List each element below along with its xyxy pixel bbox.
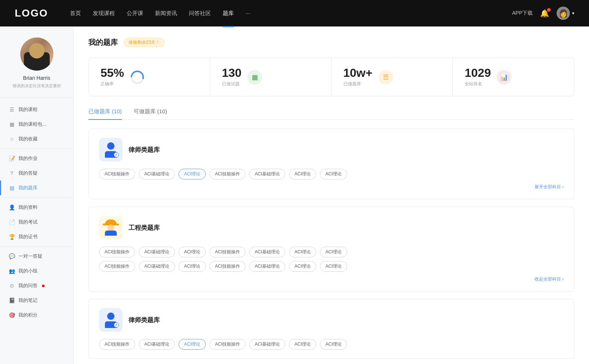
- tag-3-1[interactable]: ACI技能操作: [99, 339, 135, 350]
- avatar: 👩: [557, 7, 570, 20]
- sidebar-item-bank[interactable]: ▤ 我的题库: [0, 181, 73, 195]
- accuracy-label: 正确率: [100, 81, 124, 87]
- check-icon: ✓: [114, 152, 119, 157]
- tab-available-banks[interactable]: 可做题库 (10): [134, 108, 167, 119]
- done-banks-label: 已做题库: [343, 81, 373, 87]
- rank-label: 全站排名: [465, 81, 491, 87]
- tag-1-5[interactable]: ACI基础理论: [249, 169, 285, 179]
- tag-3-3[interactable]: ACI理论: [179, 339, 206, 350]
- tag-3-2[interactable]: ACI基础理论: [139, 339, 175, 350]
- sidebar-item-profile[interactable]: 👤 我的资料: [0, 200, 73, 215]
- notification-bell[interactable]: 🔔: [540, 9, 549, 18]
- tag-1-2[interactable]: ACI基础理论: [139, 169, 175, 179]
- rank-value: 1029: [465, 67, 491, 79]
- sidebar-item-course-package[interactable]: ▦ 我的课程包...: [0, 117, 73, 132]
- collapse-button-2[interactable]: 收起全部科目 ›: [99, 276, 564, 282]
- tag-3-4[interactable]: ACI技能操作: [209, 339, 246, 350]
- page-title: 我的题库: [88, 38, 118, 47]
- lawyer-head-2: [107, 313, 114, 320]
- bank-card-title-1: 律师类题库: [128, 146, 160, 154]
- logo[interactable]: LOGO: [15, 7, 48, 19]
- cert-icon: 🏆: [9, 234, 15, 240]
- nav-home[interactable]: 首页: [70, 8, 81, 18]
- bank-icon-lawyer-1: ✓: [99, 138, 123, 161]
- tag-2-4[interactable]: ACI技能操作: [209, 247, 246, 257]
- sidebar-label-points: 我的积分: [18, 312, 38, 318]
- nav-qa[interactable]: 问答社区: [189, 8, 211, 18]
- pie-chart-icon: [131, 71, 144, 84]
- myqa-icon: ⊙: [9, 283, 15, 289]
- sidebar-item-courses[interactable]: ☰ 我的课程: [0, 102, 73, 117]
- sidebar-item-questions[interactable]: ? 我的答疑: [0, 166, 73, 181]
- sidebar-item-cert[interactable]: 🏆 我的证书: [0, 229, 73, 244]
- tab-done-banks[interactable]: 已做题库 (10): [88, 108, 122, 119]
- sidebar-menu: ☰ 我的课程 ▦ 我的课程包... ☆ 我的收藏 📝 我的作业 ? 我的答疑 ▤: [0, 102, 73, 322]
- profile-avatar: [20, 38, 53, 71]
- done-banks-icon: ☰: [378, 70, 393, 85]
- done-questions-label: 已做试题: [222, 81, 241, 87]
- check-icon-2: ✓: [114, 322, 119, 328]
- sidebar-label-group: 我的小组: [18, 268, 38, 274]
- nav-news[interactable]: 新闻资讯: [155, 8, 177, 18]
- sidebar-item-points[interactable]: 🎯 我的积分: [0, 308, 73, 322]
- expand-button-1[interactable]: 展开全部科目 ›: [99, 184, 564, 190]
- rank-icon: 📊: [497, 70, 511, 85]
- user-avatar-menu[interactable]: 👩 ▾: [557, 7, 574, 20]
- bank-tags-2a: ACI技能操作 ACI基础理论 ACI理论 ACI技能操作 ACI基础理论 AC…: [99, 247, 564, 257]
- nav-bank[interactable]: 题库: [223, 8, 234, 18]
- profile-icon: 👤: [9, 204, 15, 210]
- tag-2-9[interactable]: ACI基础理论: [139, 261, 175, 272]
- sidebar-label-profile: 我的资料: [18, 204, 38, 211]
- stat-accuracy: 55% 正确率: [89, 58, 210, 96]
- nav-links: 首页 发现课程 公开课 新闻资讯 问答社区 题库 ···: [70, 8, 512, 18]
- tag-2-14[interactable]: ACI理论: [320, 261, 347, 272]
- tag-1-7[interactable]: ACI理论: [320, 169, 347, 179]
- tag-2-12[interactable]: ACI基础理论: [249, 261, 285, 272]
- nav-more[interactable]: ···: [246, 8, 250, 18]
- tag-2-3[interactable]: ACI理论: [179, 247, 206, 257]
- points-icon: 🎯: [9, 312, 15, 318]
- nav-open[interactable]: 公开课: [127, 8, 143, 18]
- stat-done-questions: 130 已做试题 ▦: [210, 58, 332, 96]
- tag-3-5[interactable]: ACI基础理论: [249, 339, 285, 350]
- tag-2-5[interactable]: ACI基础理论: [249, 247, 285, 257]
- tag-3-7[interactable]: ACI理论: [320, 339, 347, 350]
- sidebar-item-myqa[interactable]: ⊙ 我的问答: [0, 278, 73, 293]
- tag-1-1[interactable]: ACI技能操作: [99, 169, 135, 179]
- sidebar-item-notes[interactable]: 📓 我的笔记: [0, 293, 73, 308]
- tag-2-13[interactable]: ACI理论: [289, 261, 316, 272]
- tag-2-7[interactable]: ACI理论: [320, 247, 347, 257]
- bank-card-engineer: 工程类题库 ACI技能操作 ACI基础理论 ACI理论 ACI技能操作 ACI基…: [88, 207, 574, 292]
- tag-1-6[interactable]: ACI理论: [289, 169, 316, 179]
- tag-2-2[interactable]: ACI基础理论: [139, 247, 175, 257]
- sidebar-separator-2: [0, 197, 73, 198]
- doc-orange-icon: ☰: [383, 73, 389, 81]
- sidebar-item-favorites[interactable]: ☆ 我的收藏: [0, 132, 73, 146]
- sidebar-item-homework[interactable]: 📝 我的作业: [0, 151, 73, 166]
- profile-motto: 错误的决定比没有决定要好: [7, 83, 67, 89]
- sidebar-label-notes: 我的笔记: [18, 297, 38, 304]
- sidebar-item-exam[interactable]: 📄 我的考试: [0, 215, 73, 229]
- tag-2-10[interactable]: ACI理论: [179, 261, 206, 272]
- bank-card-title-2: 工程类题库: [128, 224, 160, 232]
- sidebar-item-group[interactable]: 👥 我的小组: [0, 264, 73, 278]
- sidebar-label-tutor: 一对一答疑: [18, 253, 42, 260]
- tag-1-4[interactable]: ACI技能操作: [209, 169, 246, 179]
- nav-discover[interactable]: 发现课程: [93, 8, 115, 18]
- course-icon: ☰: [9, 107, 15, 113]
- tag-1-3[interactable]: ACI理论: [179, 169, 206, 179]
- sidebar-item-tutor[interactable]: 💬 一对一答疑: [0, 249, 73, 264]
- lawyer-figure: ✓: [103, 142, 119, 158]
- tag-3-6[interactable]: ACI理论: [289, 339, 316, 350]
- sidebar-separator: [0, 149, 73, 149]
- bank-icon-engineer: [99, 216, 123, 239]
- app-download-button[interactable]: APP下载: [512, 10, 533, 17]
- tag-2-8[interactable]: ACI技能操作: [99, 261, 135, 272]
- bank-card-lawyer-2: ✓ 律师类题库 ACI技能操作 ACI基础理论 ACI理论 ACI技能操作 AC…: [88, 299, 574, 359]
- tag-2-11[interactable]: ACI技能操作: [209, 261, 246, 272]
- tag-2-1[interactable]: ACI技能操作: [99, 247, 135, 257]
- bank-card-header-1: ✓ 律师类题库: [99, 138, 564, 161]
- bank-card-lawyer-1: ✓ 律师类题库 ACI技能操作 ACI基础理论 ACI理论 ACI技能操作 AC…: [88, 129, 574, 199]
- tag-2-6[interactable]: ACI理论: [289, 247, 316, 257]
- question-icon: ?: [9, 170, 15, 176]
